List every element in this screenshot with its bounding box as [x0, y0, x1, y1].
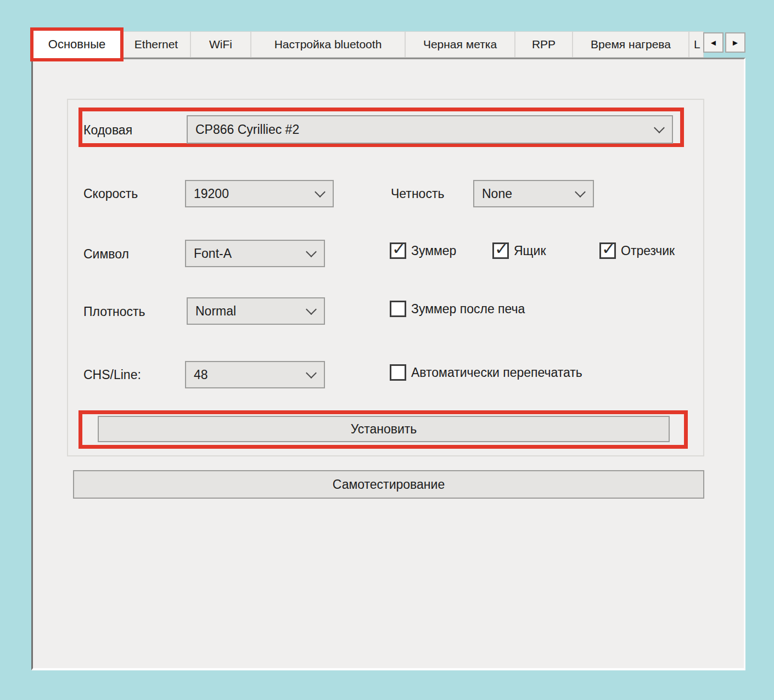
cutter-checkbox-label: Отрезчик [621, 244, 675, 258]
tab-ethernet[interactable]: Ethernet [122, 31, 190, 58]
tab-scroll-controls: ◄ ► [703, 32, 745, 53]
tab-label: L [694, 38, 700, 51]
chevron-down-icon [315, 187, 326, 197]
tab-black-mark[interactable]: Черная метка [405, 31, 515, 58]
symbol-label: Символ [83, 247, 129, 262]
selftest-button[interactable]: Самотестирование [73, 470, 704, 499]
symbol-select[interactable]: Font-A [185, 240, 325, 267]
checkbox-icon[interactable] [390, 301, 406, 317]
parity-label: Четность [391, 187, 444, 201]
chevron-down-icon [306, 368, 317, 379]
checkbox-icon[interactable] [492, 242, 509, 259]
selftest-button-label: Самотестирование [333, 477, 445, 492]
codepage-select[interactable]: CP866 Cyrilliec #2 [187, 115, 673, 144]
tab-wifi[interactable]: WiFi [190, 31, 251, 58]
tab-truncated[interactable]: L [689, 31, 704, 58]
tab-label: Настройка bluetooth [274, 38, 382, 51]
tab-label: Основные [48, 37, 105, 52]
speed-select[interactable]: 19200 [185, 180, 334, 207]
density-value: Normal [195, 304, 307, 319]
auto-reprint-checkbox[interactable]: Автоматически перепечатать [390, 364, 582, 381]
set-button[interactable]: Установить [98, 416, 670, 442]
speed-value: 19200 [194, 187, 316, 201]
drawer-checkbox[interactable]: Ящик [492, 242, 546, 259]
settings-groupbox [67, 99, 704, 456]
chevron-down-icon [654, 122, 665, 133]
tab-label: RPP [532, 38, 556, 51]
drawer-checkbox-label: Ящик [514, 244, 546, 258]
checkbox-icon[interactable] [390, 242, 406, 259]
parity-select[interactable]: None [473, 180, 594, 207]
tab-bluetooth[interactable]: Настройка bluetooth [251, 31, 405, 58]
tab-label: Черная метка [423, 38, 497, 51]
tab-scroll-right-button[interactable]: ► [725, 32, 745, 53]
checkbox-icon[interactable] [599, 242, 616, 259]
cutter-checkbox[interactable]: Отрезчик [599, 242, 675, 259]
buzzer-checkbox[interactable]: Зуммер [390, 242, 456, 259]
checkbox-icon[interactable] [390, 364, 406, 381]
chs-line-select[interactable]: 48 [185, 361, 325, 388]
tab-rpp[interactable]: RPP [515, 31, 573, 58]
arrow-right-icon: ► [731, 38, 739, 47]
buzzer-after-print-checkbox-label: Зуммер после печа [411, 302, 525, 317]
chevron-down-icon [306, 304, 317, 315]
tab-scroll-left-button[interactable]: ◄ [703, 32, 723, 53]
tab-label: WiFi [209, 38, 232, 51]
parity-value: None [482, 187, 576, 201]
tab-heating-time[interactable]: Время нагрева [573, 31, 689, 58]
tab-label: Время нагрева [591, 38, 671, 51]
chs-line-label: CHS/Line: [83, 368, 141, 382]
density-label: Плотность [83, 304, 145, 319]
chevron-down-icon [575, 187, 586, 197]
buzzer-after-print-checkbox[interactable]: Зуммер после печа [390, 301, 525, 317]
chs-line-value: 48 [194, 368, 307, 382]
arrow-left-icon: ◄ [709, 38, 717, 47]
symbol-value: Font-A [194, 246, 307, 261]
set-button-label: Установить [351, 422, 417, 437]
auto-reprint-checkbox-label: Автоматически перепечатать [411, 365, 582, 380]
chevron-down-icon [306, 246, 317, 257]
tab-osnovnye[interactable]: Основные [30, 27, 124, 61]
codepage-value: CP866 Cyrilliec #2 [195, 122, 655, 137]
codepage-label: Кодовая [83, 123, 132, 138]
screen: Основные Ethernet WiFi Настройка bluetoo… [0, 0, 774, 700]
density-select[interactable]: Normal [187, 297, 325, 325]
buzzer-checkbox-label: Зуммер [411, 244, 456, 258]
tab-label: Ethernet [134, 38, 178, 51]
speed-label: Скорость [83, 187, 138, 201]
